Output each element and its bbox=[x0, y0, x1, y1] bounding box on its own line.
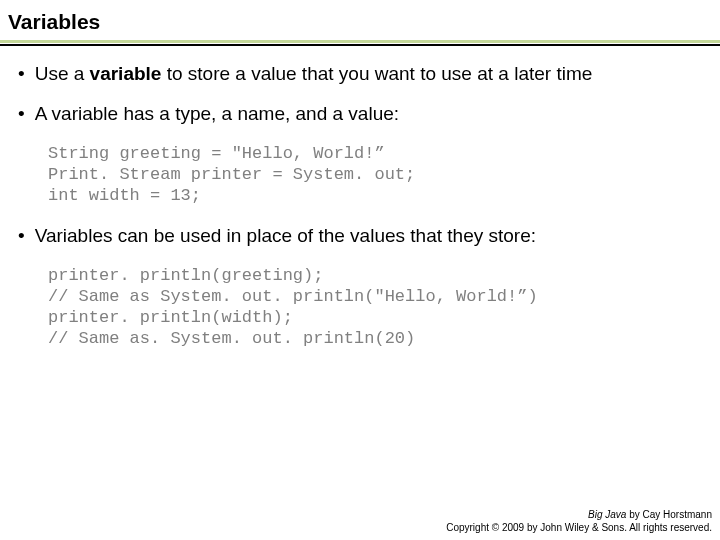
footer-author: by Cay Horstmann bbox=[626, 509, 712, 520]
bullet-dot-icon: • bbox=[18, 102, 25, 126]
code-block-2: printer. println(greeting); // Same as S… bbox=[18, 265, 702, 350]
code-block-1: String greeting = "Hello, World!” Print.… bbox=[18, 143, 702, 207]
footer-copyright: Copyright © 2009 by John Wiley & Sons. A… bbox=[446, 522, 712, 535]
slide-title: Variables bbox=[0, 0, 720, 43]
bullet-3-text: Variables can be used in place of the va… bbox=[35, 224, 702, 248]
footer-line1: Big Java by Cay Horstmann bbox=[446, 509, 712, 522]
title-underline bbox=[0, 44, 720, 46]
bullet-1-post: to store a value that you want to use at… bbox=[161, 63, 592, 84]
footer: Big Java by Cay Horstmann Copyright © 20… bbox=[446, 509, 712, 534]
bullet-1-bold: variable bbox=[90, 63, 162, 84]
bullet-2-text: A variable has a type, a name, and a val… bbox=[35, 102, 702, 126]
bullet-2: • A variable has a type, a name, and a v… bbox=[18, 102, 702, 126]
footer-book-title: Big Java bbox=[588, 509, 626, 520]
slide-content: • Use a variable to store a value that y… bbox=[0, 62, 720, 350]
bullet-dot-icon: • bbox=[18, 224, 25, 248]
bullet-dot-icon: • bbox=[18, 62, 25, 86]
bullet-1-text: Use a variable to store a value that you… bbox=[35, 62, 702, 86]
bullet-1-pre: Use a bbox=[35, 63, 90, 84]
bullet-3: • Variables can be used in place of the … bbox=[18, 224, 702, 248]
bullet-1: • Use a variable to store a value that y… bbox=[18, 62, 702, 86]
